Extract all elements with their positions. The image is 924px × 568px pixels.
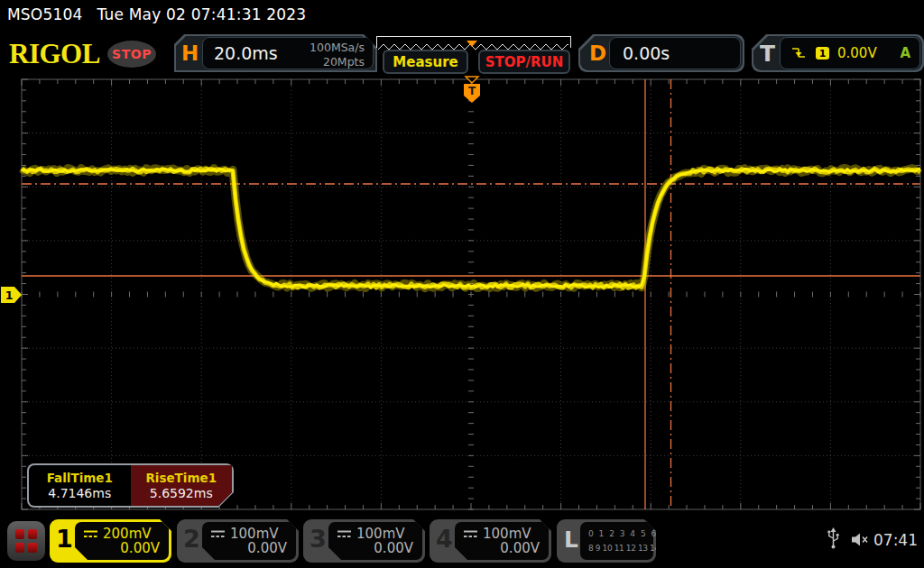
measurement-item-risetime[interactable]: RiseTime1 5.6592ms [131,465,233,506]
channel1-trace [22,168,920,288]
measurement-panel-inner: FallTime1 4.7146ms RiseTime1 5.6592ms [29,465,232,506]
grid-icon [28,543,37,553]
grid-icon [28,529,37,539]
measurement-item-falltime[interactable]: FallTime1 4.7146ms [29,465,131,506]
grid-icon [15,543,24,553]
channel-offset: 0.00V [120,540,160,556]
dc-coupling-icon [83,529,98,539]
clock-label: 07:41 [873,531,918,549]
channel-panel: 200mV 0.00V [75,522,169,560]
channel2-button[interactable]: 2 100mV 0.00V [177,519,299,563]
channel-panel: 100mV 0.00V [328,522,422,560]
measurement-value: 4.7146ms [48,486,111,500]
logic-label: L [564,527,578,553]
trigger-position-marker[interactable]: T [464,77,480,103]
channel3-button[interactable]: 3 100mV 0.00V [303,519,425,563]
channel-number: 4 [436,525,453,553]
channel-panel: 100mV 0.00V [455,522,549,560]
speaker-muted-icon [851,533,870,546]
menu-button[interactable] [7,521,45,561]
channel-number: 2 [183,525,200,553]
channel-offset: 0.00V [374,540,413,556]
channel1-ground-marker[interactable]: 1 [1,287,22,303]
measurement-name: FallTime1 [47,471,113,485]
channel-number: 1 [56,525,73,553]
usb-icon [827,527,840,550]
oscilloscope-screen: MSO5104Tue May 02 07:41:31 2023 RIGOL ST… [0,0,924,568]
grid-lines [22,79,920,509]
channel-panel: 100mV 0.00V [202,522,296,560]
channel4-button[interactable]: 4 100mV 0.00V [430,519,551,563]
channel1-button[interactable]: 1 200mV 0.00V [50,519,171,563]
dc-coupling-icon [463,529,478,539]
trigger-marker-label: T [468,85,476,97]
channel-offset: 0.00V [500,540,540,556]
dc-coupling-icon [337,529,352,539]
channel-marker-label: 1 [5,289,14,302]
channel-number: 3 [310,525,327,553]
measurement-panel[interactable]: FallTime1 4.7146ms RiseTime1 5.6592ms [27,463,234,508]
grid-icon [15,529,24,539]
measurement-name: RiseTime1 [145,471,217,485]
channel-offset: 0.00V [247,540,287,556]
logic-panel: 0 1 2 3 4 5 6 7 8 9 10 11 12 13 14 15 [580,522,653,560]
measurement-value: 5.6592ms [150,486,213,500]
dc-coupling-icon [210,529,226,539]
logic-channels-button[interactable]: L 0 1 2 3 4 5 6 7 8 9 10 11 12 13 14 15 [557,519,656,563]
